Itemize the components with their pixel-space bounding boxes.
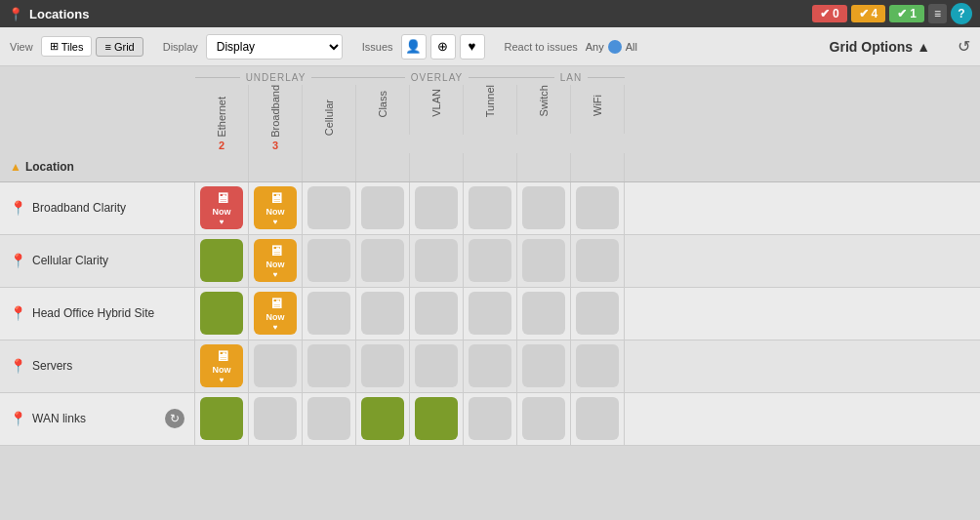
cell-wan-cellular[interactable] xyxy=(303,393,356,445)
cell-wan-class[interactable] xyxy=(356,393,410,445)
cell-cellular-clarity-broadband[interactable]: 🖥 Now ♥ xyxy=(249,235,303,287)
cell-wan-vlan[interactable] xyxy=(410,393,464,445)
toggle-switch[interactable] xyxy=(608,40,622,54)
cell-content xyxy=(415,397,458,440)
table-row[interactable]: 📍 Servers 🖥 Now ♥ xyxy=(0,340,980,393)
cell-servers-class[interactable] xyxy=(356,340,410,392)
row-label-servers: 📍 Servers xyxy=(0,340,195,392)
cell-wan-switch[interactable] xyxy=(517,393,571,445)
cell-broadband-clarity-cellular[interactable] xyxy=(303,182,356,234)
cell-head-office-ethernet[interactable] xyxy=(195,288,249,340)
row-label-wan-links: 📍 WAN links ↻ xyxy=(0,393,195,445)
cell-wan-tunnel[interactable] xyxy=(464,393,517,445)
cell-servers-tunnel[interactable] xyxy=(464,340,517,392)
loc-header-col-2 xyxy=(249,153,303,181)
cell-broadband-clarity-ethernet[interactable]: 🖥 Now ♥ xyxy=(195,182,249,234)
cell-servers-wifi[interactable] xyxy=(571,340,625,392)
cell-cellular-clarity-tunnel[interactable] xyxy=(464,235,517,287)
cell-wan-ethernet[interactable] xyxy=(195,393,249,445)
empty-cell xyxy=(361,344,404,387)
tiles-button[interactable]: ⊞ Tiles xyxy=(41,36,93,57)
cell-servers-cellular[interactable] xyxy=(303,340,356,392)
cell-cellular-clarity-vlan[interactable] xyxy=(410,235,464,287)
badge-red-count: 0 xyxy=(833,7,839,20)
table-row[interactable]: 📍 Head Office Hybrid Site 🖥 Now ♥ xyxy=(0,288,980,340)
device-icon: 🖥 xyxy=(215,347,229,364)
issues-label: Issues xyxy=(362,41,393,53)
badge-red[interactable]: ✔ 0 xyxy=(812,5,847,22)
cell-broadband-clarity-switch[interactable] xyxy=(517,182,571,234)
col-label-wifi: WiFi xyxy=(592,95,603,116)
cell-cellular-clarity-wifi[interactable] xyxy=(571,235,625,287)
empty-cell xyxy=(361,186,404,229)
table-row[interactable]: 📍 Cellular Clarity 🖥 Now ♥ xyxy=(0,235,980,288)
menu-button[interactable]: ≡ xyxy=(928,4,947,23)
badge-orange[interactable]: ✔ 4 xyxy=(851,5,886,22)
tiles-label: Tiles xyxy=(61,41,84,53)
cell-head-office-class[interactable] xyxy=(356,288,410,340)
issue-btn-person[interactable]: 👤 xyxy=(401,34,427,60)
cell-broadband-clarity-class[interactable] xyxy=(356,182,410,234)
cell-head-office-broadband[interactable]: 🖥 Now ♥ xyxy=(249,288,303,340)
grid-area[interactable]: UNDERLAY Ethernet 2 Broadband xyxy=(0,66,980,520)
table-row[interactable]: 📍 WAN links ↻ xyxy=(0,393,980,446)
now-label: Now xyxy=(266,207,285,217)
cell-servers-switch[interactable] xyxy=(517,340,571,392)
empty-cell xyxy=(307,186,350,229)
reset-button[interactable]: ↺ xyxy=(958,37,970,56)
empty-cell xyxy=(469,239,511,282)
cell-broadband-clarity-tunnel[interactable] xyxy=(464,182,517,234)
cell-broadband-clarity-broadband[interactable]: 🖥 Now ♥ xyxy=(249,182,303,234)
cell-servers-ethernet[interactable]: 🖥 Now ♥ xyxy=(195,340,249,392)
cell-cellular-clarity-cellular[interactable] xyxy=(303,235,356,287)
spinner-icon: ↻ xyxy=(165,409,184,428)
cell-wan-broadband[interactable] xyxy=(249,393,303,445)
heart-icon: ♥ xyxy=(220,218,225,226)
cell-cellular-clarity-switch[interactable] xyxy=(517,235,571,287)
col-count-broadband: 3 xyxy=(272,140,278,151)
empty-cell xyxy=(415,344,458,387)
grid-button[interactable]: ≡ Grid xyxy=(96,37,143,57)
now-label: Now xyxy=(213,207,231,217)
empty-cell xyxy=(522,239,565,282)
col-label-vlan: VLAN xyxy=(430,89,442,117)
row-label-broadband-clarity: 📍 Broadband Clarity xyxy=(0,182,195,234)
now-label: Now xyxy=(266,260,285,269)
cell-servers-broadband[interactable] xyxy=(249,340,303,392)
empty-cell xyxy=(576,292,619,335)
device-icon: 🖥 xyxy=(268,295,283,311)
cell-cellular-clarity-ethernet[interactable] xyxy=(195,235,249,287)
cell-broadband-clarity-vlan[interactable] xyxy=(410,182,464,234)
cell-head-office-vlan[interactable] xyxy=(410,288,464,340)
cell-broadband-clarity-wifi[interactable] xyxy=(571,182,625,234)
grid-options-label: Grid Options xyxy=(830,39,914,55)
location-header-cell[interactable]: ▲ Location xyxy=(0,160,195,174)
cell-servers-vlan[interactable] xyxy=(410,340,464,392)
pin-icon: 📍 xyxy=(10,200,26,216)
loc-header-col-4 xyxy=(356,153,410,181)
cell-head-office-switch[interactable] xyxy=(517,288,571,340)
table-row[interactable]: 📍 Broadband Clarity 🖥 Now ♥ 🖥 Now ♥ xyxy=(0,182,980,235)
col-header-broadband: Broadband 3 xyxy=(249,85,303,153)
cell-head-office-cellular[interactable] xyxy=(303,288,356,340)
col-label-switch: Switch xyxy=(538,85,550,116)
cell-content xyxy=(361,397,404,440)
display-select[interactable]: Display xyxy=(206,34,343,60)
col-header-vlan: VLAN xyxy=(410,85,464,135)
loc-header-col-5 xyxy=(410,153,464,181)
cell-head-office-wifi[interactable] xyxy=(571,288,625,340)
grid-options-button[interactable]: Grid Options ▲ xyxy=(830,39,930,55)
empty-cell xyxy=(361,292,404,335)
badge-green[interactable]: ✔ 1 xyxy=(889,5,924,22)
loc-header-col-7 xyxy=(517,153,571,181)
row-label-text: Broadband Clarity xyxy=(32,201,126,215)
cell-cellular-clarity-class[interactable] xyxy=(356,235,410,287)
cell-wan-wifi[interactable] xyxy=(571,393,625,445)
col-label-cellular: Cellular xyxy=(323,100,335,136)
issue-btn-alert[interactable]: ⊕ xyxy=(430,34,456,60)
help-button[interactable]: ? xyxy=(951,3,972,24)
badge-red-check: ✔ xyxy=(820,7,830,20)
cell-head-office-tunnel[interactable] xyxy=(464,288,517,340)
location-pin-icon: 📍 xyxy=(8,7,23,21)
issue-btn-heart[interactable]: ♥ xyxy=(460,34,485,60)
